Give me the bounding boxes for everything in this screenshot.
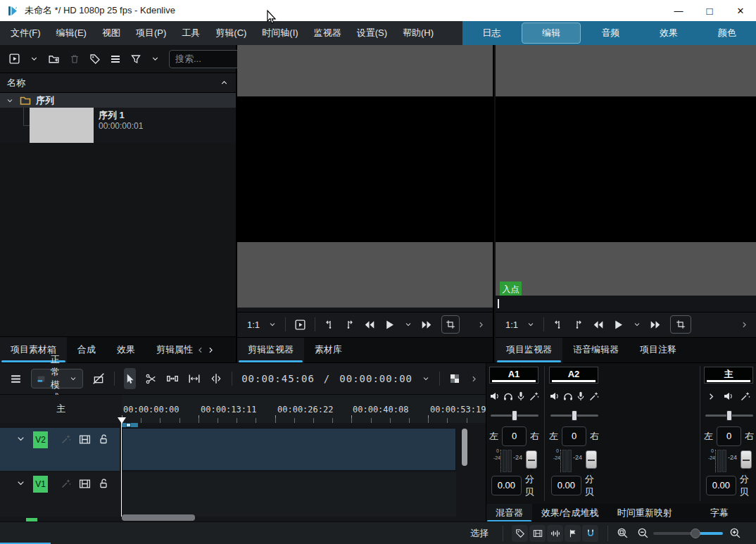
- effects-wand-icon[interactable]: [588, 391, 600, 402]
- add-clip-icon[interactable]: [8, 53, 20, 65]
- snap-button[interactable]: [582, 525, 598, 542]
- track-label-v2[interactable]: V2: [33, 431, 48, 448]
- maximize-button[interactable]: □: [694, 0, 725, 21]
- chevron-down-icon[interactable]: [6, 96, 14, 105]
- workspace-tab-editing[interactable]: 编辑: [522, 23, 581, 44]
- timeline-menu-icon[interactable]: [10, 373, 22, 385]
- effects-wand-icon[interactable]: [61, 478, 72, 489]
- bin-column-header[interactable]: 名称: [0, 72, 236, 93]
- track-header-v1[interactable]: V1: [0, 472, 120, 517]
- edit-mode-dropdown[interactable]: 正常模式: [31, 369, 83, 388]
- delete-icon[interactable]: [69, 53, 80, 65]
- workspace-tab-color[interactable]: 颜色: [698, 21, 756, 45]
- project-monitor-video[interactable]: [496, 96, 756, 242]
- tab-project-monitor[interactable]: 项目监视器: [496, 338, 562, 362]
- forward-icon[interactable]: [421, 319, 433, 331]
- workspace-tab-logging[interactable]: 日志: [462, 21, 521, 45]
- effects-wand-icon[interactable]: [529, 391, 540, 402]
- zone-handle[interactable]: [126, 423, 131, 427]
- pan-value[interactable]: 0: [502, 426, 527, 446]
- forward-icon[interactable]: [650, 319, 662, 331]
- tab-subtitles[interactable]: 字幕: [701, 504, 738, 522]
- record-mic-icon[interactable]: [515, 391, 527, 402]
- menu-clip[interactable]: 剪辑(C): [208, 21, 254, 45]
- split-icon[interactable]: [210, 372, 222, 385]
- timeline-horizontal-scrollbar[interactable]: [122, 514, 195, 521]
- chevron-down-icon[interactable]: [30, 54, 39, 63]
- tab-library[interactable]: 素材库: [304, 338, 353, 362]
- tab-mixer[interactable]: 混音器: [486, 504, 532, 522]
- track-label-v1[interactable]: V1: [33, 476, 48, 493]
- workspace-tab-effects[interactable]: 效果: [640, 21, 698, 45]
- chevron-down-icon[interactable]: [15, 478, 26, 488]
- volume-fader[interactable]: [740, 450, 752, 472]
- spacer-tool-icon[interactable]: [166, 372, 179, 385]
- timeline-vertical-scrollbar[interactable]: [462, 429, 467, 466]
- tab-speech-editor[interactable]: 语音编辑器: [562, 338, 629, 362]
- overflow-chevron-icon[interactable]: [740, 320, 749, 329]
- mute-icon[interactable]: [723, 391, 734, 402]
- filter-icon[interactable]: [130, 53, 141, 65]
- overflow-chevron-icon[interactable]: [470, 374, 479, 384]
- menu-timeline[interactable]: 时间轴(I): [254, 21, 305, 45]
- pan-value[interactable]: 0: [717, 426, 741, 446]
- menu-settings[interactable]: 设置(S): [349, 21, 395, 45]
- gain-value[interactable]: 0.00: [551, 476, 581, 495]
- monitor-headphones-icon[interactable]: [562, 391, 574, 402]
- rewind-icon[interactable]: [363, 319, 375, 331]
- tag-icon[interactable]: [89, 53, 101, 65]
- gain-value[interactable]: 0.00: [706, 476, 736, 495]
- razor-tool-icon[interactable]: [145, 373, 157, 385]
- playhead-marker[interactable]: [118, 417, 126, 424]
- pan-value[interactable]: 0: [562, 426, 586, 446]
- zone-out-icon[interactable]: [572, 319, 584, 330]
- video-thumbnails-button[interactable]: [529, 525, 546, 542]
- filmstrip-icon[interactable]: [79, 478, 91, 490]
- menu-edit[interactable]: 编辑(E): [49, 21, 94, 45]
- select-tool-button[interactable]: [124, 368, 136, 389]
- volume-fader[interactable]: [585, 450, 598, 472]
- record-mic-icon[interactable]: [575, 391, 586, 402]
- chevron-down-icon[interactable]: [15, 434, 26, 444]
- marker-slash-icon[interactable]: [92, 372, 105, 385]
- chevron-down-icon[interactable]: [422, 374, 430, 383]
- collapse-chevron-icon[interactable]: [706, 391, 717, 402]
- bin-clip-row[interactable]: 序列 1 00:00:00:01: [0, 108, 236, 143]
- track-header-v2[interactable]: V2: [0, 428, 120, 471]
- track-lane-v2[interactable]: [122, 428, 456, 471]
- lock-open-icon[interactable]: [98, 434, 109, 445]
- effects-wand-icon[interactable]: [740, 391, 751, 402]
- fader-knob[interactable]: [741, 450, 752, 469]
- balance-knob[interactable]: [572, 410, 577, 421]
- fader-knob[interactable]: [526, 450, 537, 469]
- balance-slider[interactable]: [491, 415, 538, 417]
- lock-open-icon[interactable]: [98, 478, 109, 489]
- menu-icon[interactable]: [110, 53, 121, 65]
- menu-view[interactable]: 视图: [94, 21, 128, 45]
- preview-render-icon[interactable]: [449, 373, 460, 384]
- effects-wand-icon[interactable]: [61, 434, 72, 445]
- tab-compositions[interactable]: 合成: [67, 337, 106, 362]
- tab-scroll-left-icon[interactable]: [196, 346, 205, 355]
- monitor-headphones-icon[interactable]: [503, 391, 514, 402]
- overflow-chevron-icon[interactable]: [477, 320, 486, 329]
- clip-thumbnail[interactable]: [30, 108, 94, 143]
- monitor-zoom-level[interactable]: 1:1: [505, 320, 518, 330]
- balance-knob[interactable]: [512, 410, 517, 421]
- menu-monitor[interactable]: 监视器: [306, 21, 349, 45]
- new-folder-icon[interactable]: [48, 53, 60, 65]
- menu-help[interactable]: 帮助(H): [395, 21, 441, 45]
- tab-scroll-right-icon[interactable]: [206, 346, 215, 355]
- zone-mode-button[interactable]: [670, 315, 691, 334]
- rewind-icon[interactable]: [592, 319, 604, 331]
- close-button[interactable]: ✕: [725, 0, 756, 21]
- zone-mode-button[interactable]: [441, 315, 460, 334]
- menu-project[interactable]: 项目(P): [128, 21, 174, 45]
- zone-in-icon[interactable]: [553, 319, 564, 330]
- chevron-down-icon[interactable]: [268, 320, 277, 329]
- zoom-out-icon[interactable]: [637, 527, 649, 539]
- tab-effect-stack[interactable]: 效果/合成堆栈: [532, 504, 608, 522]
- mute-icon[interactable]: [489, 391, 500, 402]
- menu-file[interactable]: 文件(F): [3, 21, 49, 45]
- timeline-ruler[interactable]: 00:00:00:00 00:00:13:11 00:00:26:22 00:0…: [122, 395, 486, 423]
